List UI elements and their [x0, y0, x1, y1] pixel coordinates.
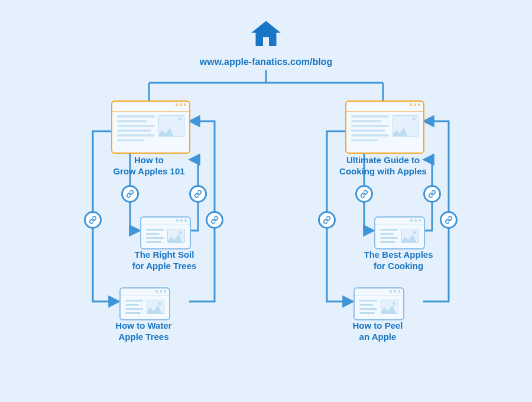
child-title-left-1: The Right Soilfor Apple Trees	[105, 249, 223, 272]
diagram-canvas: www.apple-fanatics.com/blog How toGrow A…	[0, 0, 532, 402]
link-icon	[423, 185, 441, 203]
link-icon	[121, 185, 139, 203]
link-icon	[355, 185, 373, 203]
pillar-title-left: How toGrow Apples 101	[90, 155, 208, 177]
root-url: www.apple-fanatics.com/blog	[0, 57, 532, 67]
link-icon	[440, 211, 458, 229]
child-page-left-2	[119, 287, 170, 320]
link-icon	[189, 185, 207, 203]
child-page-right-1	[374, 216, 425, 249]
home-icon	[248, 17, 284, 52]
pillar-page-right	[345, 100, 424, 154]
child-title-left-2: How to WaterApple Trees	[85, 320, 203, 343]
child-title-right-1: The Best Applesfor Cooking	[339, 249, 458, 272]
pillar-title-right: Ultimate Guide toCooking with Apples	[324, 155, 442, 177]
link-icon	[84, 211, 102, 229]
child-title-right-2: How to Peelan Apple	[319, 320, 437, 343]
child-page-left-1	[140, 216, 191, 249]
pillar-page-left	[111, 100, 190, 154]
child-page-right-2	[353, 287, 404, 320]
link-icon	[318, 211, 336, 229]
link-icon	[206, 211, 223, 229]
